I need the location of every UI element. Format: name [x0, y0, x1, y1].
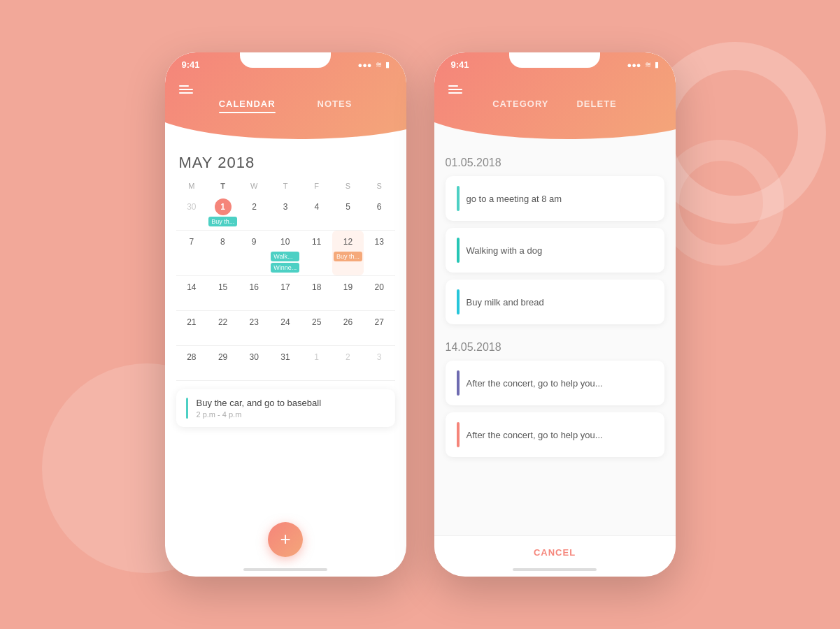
event-card[interactable]: Buy the car, and go to baseball 2 p.m - …	[176, 389, 395, 427]
day-sat: S	[332, 179, 364, 193]
cal-cell[interactable]: 29	[207, 346, 239, 380]
calendar-body: MAY 2018 M T W T F S S 30 1 Buy th... 2 …	[165, 143, 406, 522]
status-icons-2: ●●● ≋ ▮	[627, 60, 659, 69]
cal-date: 20	[371, 279, 387, 296]
cal-cell[interactable]: 26	[332, 311, 364, 345]
cal-cell[interactable]: 3	[364, 346, 395, 380]
cal-cell[interactable]: 18	[301, 276, 332, 310]
calendar-week-1: 30 1 Buy th... 2 3 4 5 6	[176, 196, 395, 231]
wifi-icon: ≋	[376, 60, 382, 69]
home-indicator-2	[513, 568, 597, 571]
cal-cell[interactable]: 15	[207, 276, 239, 310]
cal-date: 12	[339, 233, 356, 250]
tab-calendar[interactable]: CALENDAR	[219, 99, 276, 113]
note-card-concert-2[interactable]: After the concert, go to help you...	[446, 412, 664, 457]
cal-date: 14	[183, 279, 200, 296]
event-card-time: 2 p.m - 4 p.m	[197, 410, 385, 419]
tab-category[interactable]: CATEGORY	[492, 99, 548, 113]
cal-cell[interactable]: 1	[301, 346, 332, 380]
cal-cell[interactable]: 3	[270, 196, 301, 230]
cal-cell[interactable]: 2	[332, 346, 364, 380]
note-text-4: After the concert, go to help you...	[467, 378, 603, 389]
cal-cell[interactable]: 20	[364, 276, 395, 310]
day-wed: W	[239, 179, 270, 193]
cal-date: 13	[371, 233, 387, 250]
section-gap	[446, 331, 664, 338]
status-bar: 9:41 ●●● ≋ ▮	[165, 52, 406, 70]
wifi-icon-2: ≋	[645, 60, 651, 69]
cal-date: 30	[183, 198, 200, 215]
cal-cell[interactable]: 2	[239, 196, 270, 230]
cal-date: 2	[246, 198, 263, 215]
cal-cell[interactable]: 23	[239, 311, 270, 345]
cal-date: 9	[245, 233, 262, 250]
cal-cell[interactable]: 9	[239, 231, 270, 275]
cal-cell[interactable]: 5	[332, 196, 364, 230]
cal-cell[interactable]: 6	[364, 196, 395, 230]
event-chip: Buy th...	[334, 252, 362, 261]
day-tue: T	[207, 179, 239, 193]
cal-cell[interactable]: 4	[301, 196, 333, 230]
cal-date: 2	[339, 349, 356, 366]
cal-cell[interactable]: 14	[176, 276, 208, 310]
cal-date: 18	[308, 279, 325, 296]
cal-date: 25	[308, 314, 325, 331]
tab-notes[interactable]: NOTES	[318, 99, 353, 113]
cal-cell[interactable]: 10 Walk... Winne...	[269, 231, 301, 275]
note-card-milk[interactable]: Buy milk and bread	[446, 280, 664, 324]
cal-cell[interactable]: 24	[270, 311, 301, 345]
cal-cell[interactable]: 1 Buy th...	[207, 196, 239, 230]
cal-cell[interactable]: 27	[364, 311, 395, 345]
cal-date: 6	[371, 198, 387, 215]
note-card-concert-1[interactable]: After the concert, go to help you...	[446, 361, 664, 405]
signal-icon: ●●●	[358, 61, 372, 69]
cal-date: 31	[277, 349, 294, 366]
cancel-button[interactable]: CANCEL	[534, 547, 576, 558]
phone-notes: 9:41 ●●● ≋ ▮ CATEGORY DELETE 01.05.2018	[434, 52, 676, 577]
day-mon: M	[176, 179, 208, 193]
cal-date: 16	[245, 279, 262, 296]
hamburger-menu-icon[interactable]	[179, 83, 193, 96]
event-chip: Walk...	[271, 252, 299, 261]
cal-date: 24	[277, 314, 294, 331]
cal-cell[interactable]: 12 Buy th...	[332, 231, 364, 275]
status-icons: ●●● ≋ ▮	[358, 60, 390, 69]
cal-date: 1	[308, 349, 325, 366]
cal-date: 11	[308, 233, 325, 250]
cal-date: 15	[215, 279, 232, 296]
note-accent-3	[457, 289, 460, 314]
cal-cell[interactable]: 19	[332, 276, 364, 310]
add-event-button[interactable]: +	[268, 522, 303, 557]
cal-cell[interactable]: 21	[176, 311, 208, 345]
cal-cell[interactable]: 30	[176, 196, 208, 230]
note-text-2: Walking with a dog	[467, 245, 543, 256]
cal-cell[interactable]: 30	[239, 346, 270, 380]
cal-cell[interactable]: 28	[176, 346, 208, 380]
cal-cell[interactable]: 31	[270, 346, 301, 380]
calendar-week-4: 21 22 23 24 25 26 27	[176, 311, 395, 346]
bg-decoration-3	[658, 140, 784, 266]
plus-icon: +	[280, 530, 290, 548]
cal-cell[interactable]: 16	[239, 276, 270, 310]
notes-header: 9:41 ●●● ≋ ▮ CATEGORY DELETE	[434, 52, 676, 143]
cal-date: 19	[339, 279, 356, 296]
calendar-header: 9:41 ●●● ≋ ▮ CALENDAR NOTES	[165, 52, 406, 143]
cal-date: 17	[277, 279, 294, 296]
wave-decoration-2	[434, 122, 676, 143]
cal-cell[interactable]: 7	[176, 231, 208, 275]
note-text-1: go to a meeting at 8 am	[467, 194, 562, 204]
cal-date: 7	[183, 233, 200, 250]
cal-cell[interactable]: 22	[207, 311, 239, 345]
note-card-dog[interactable]: Walking with a dog	[446, 228, 664, 273]
cancel-bar: CANCEL	[434, 535, 676, 568]
cal-cell[interactable]: 11	[301, 231, 332, 275]
cal-cell[interactable]: 25	[301, 311, 332, 345]
note-card-meeting[interactable]: go to a meeting at 8 am	[446, 176, 664, 221]
cal-date: 10	[277, 233, 294, 250]
cal-cell[interactable]: 13	[364, 231, 395, 275]
hamburger-menu-icon-2[interactable]	[448, 83, 462, 96]
cal-cell[interactable]: 17	[270, 276, 301, 310]
tab-delete[interactable]: DELETE	[576, 99, 616, 113]
note-accent-4	[457, 370, 460, 396]
cal-cell[interactable]: 8	[207, 231, 239, 275]
